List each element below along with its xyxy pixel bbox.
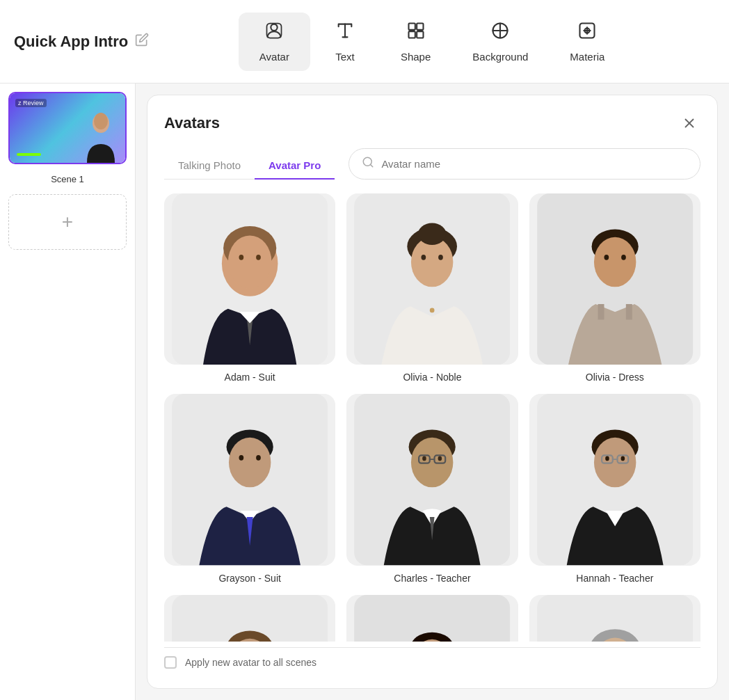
scene-avatar-preview xyxy=(83,111,118,163)
search-bar[interactable] xyxy=(349,148,700,180)
svg-point-40 xyxy=(239,455,243,461)
shape-icon xyxy=(406,21,426,45)
svg-line-16 xyxy=(371,164,373,166)
avatar-olivia-noble[interactable]: Olivia - Noble xyxy=(346,193,518,383)
svg-point-28 xyxy=(418,223,446,245)
add-icon: + xyxy=(62,211,73,233)
scene-1-preview: z Review xyxy=(10,93,125,163)
tab-text[interactable]: Text xyxy=(310,13,380,71)
avatar-older-man[interactable]: Older - Suit xyxy=(529,595,700,642)
search-icon xyxy=(362,156,374,172)
toolbar-tabs: Avatar Text Shape xyxy=(239,13,626,71)
avatar-grid: Adam - Suit xyxy=(164,193,700,642)
add-scene-button[interactable]: + xyxy=(8,194,127,250)
avatar-woman-gown-img xyxy=(346,595,518,642)
text-icon xyxy=(335,21,355,45)
avatar-olivia-dress-img xyxy=(529,193,700,365)
tab-avatar-pro[interactable]: Avatar Pro xyxy=(255,152,335,180)
tab-shape[interactable]: Shape xyxy=(380,13,451,71)
tab-talking-photo[interactable]: Talking Photo xyxy=(164,152,255,180)
svg-point-48 xyxy=(422,456,426,461)
svg-point-56 xyxy=(605,456,609,461)
hannah-teacher-label: Hannah - Teacher xyxy=(576,573,653,584)
svg-point-32 xyxy=(594,237,636,287)
avatar-olivia-noble-img xyxy=(346,193,518,365)
bottom-bar: Apply new avatar to all scenes xyxy=(164,647,700,671)
svg-point-22 xyxy=(256,255,261,260)
svg-point-0 xyxy=(271,24,278,30)
svg-point-57 xyxy=(620,456,625,461)
panel-title: Avatars xyxy=(164,114,220,132)
svg-rect-4 xyxy=(408,31,415,38)
apply-all-checkbox[interactable] xyxy=(164,656,177,669)
svg-point-20 xyxy=(228,235,272,288)
olivia-noble-label: Olivia - Noble xyxy=(403,372,461,383)
main-layout: z Review Scene 1 + Avatars xyxy=(0,83,729,700)
avatar-young-img xyxy=(164,595,335,642)
tab-background[interactable]: Background xyxy=(451,13,549,71)
svg-rect-5 xyxy=(417,31,423,38)
hannah-figure xyxy=(529,394,700,565)
tab-text-label: Text xyxy=(335,51,355,63)
svg-point-41 xyxy=(256,455,261,461)
svg-point-26 xyxy=(422,255,426,260)
avatar-adam-img xyxy=(164,193,335,365)
adam-figure xyxy=(164,193,335,365)
left-sidebar: z Review Scene 1 + xyxy=(0,83,136,700)
apply-all-label: Apply new avatar to all scenes xyxy=(185,657,317,668)
older-man-figure xyxy=(529,595,700,642)
tabs-search-row: Talking Photo Avatar Pro xyxy=(164,148,700,180)
olivia-dress-label: Olivia - Dress xyxy=(586,372,644,383)
svg-point-52 xyxy=(594,438,636,488)
tab-material[interactable]: Materia xyxy=(549,13,625,71)
background-icon xyxy=(490,21,510,45)
app-title-area: Quick App Intro xyxy=(14,33,149,51)
grayson-figure xyxy=(164,394,335,565)
svg-point-44 xyxy=(411,438,453,488)
avatar-charles-img xyxy=(346,394,518,565)
avatar-grayson-img xyxy=(164,394,335,565)
avatar-woman-gown[interactable]: Woman - Gown xyxy=(346,595,518,642)
avatar-hannah-teacher[interactable]: Hannah - Teacher xyxy=(529,394,700,583)
svg-point-39 xyxy=(229,438,271,488)
svg-point-21 xyxy=(239,255,243,260)
close-button[interactable] xyxy=(678,112,700,134)
avatar-hannah-img xyxy=(529,394,700,565)
svg-point-34 xyxy=(621,255,626,260)
svg-point-12 xyxy=(94,113,108,129)
avatar-icon xyxy=(264,21,284,45)
app-title: Quick App Intro xyxy=(14,33,128,51)
svg-point-29 xyxy=(430,308,435,313)
svg-rect-2 xyxy=(408,23,415,29)
svg-point-49 xyxy=(438,456,442,461)
tab-shape-label: Shape xyxy=(401,51,431,63)
grayson-suit-label: Grayson - Suit xyxy=(218,573,280,584)
woman-gown-figure xyxy=(346,595,518,642)
tab-background-label: Background xyxy=(472,51,528,63)
avatar-adam-suit[interactable]: Adam - Suit xyxy=(164,193,335,383)
olivia-dress-figure xyxy=(529,193,700,365)
tab-avatar[interactable]: Avatar xyxy=(239,13,310,71)
svg-rect-3 xyxy=(417,23,423,29)
tab-avatar-label: Avatar xyxy=(259,51,289,63)
svg-rect-36 xyxy=(625,304,632,319)
charles-teacher-label: Charles - Teacher xyxy=(394,573,470,584)
avatar-charles-teacher[interactable]: Charles - Teacher xyxy=(346,394,518,583)
svg-point-27 xyxy=(438,255,443,260)
search-input[interactable] xyxy=(381,158,687,170)
svg-point-33 xyxy=(604,255,609,260)
avatar-panel: Avatars Talking Photo Avatar Pro xyxy=(147,95,718,689)
young-figure xyxy=(164,595,335,642)
material-icon xyxy=(577,21,597,45)
scene-review-label: z Review xyxy=(15,99,47,107)
scene-1-thumbnail[interactable]: z Review xyxy=(8,92,127,164)
edit-icon[interactable] xyxy=(135,33,149,50)
avatar-older-man-img xyxy=(529,595,700,642)
panel-header: Avatars xyxy=(164,112,700,134)
avatar-young-hoodie[interactable]: Young - Hoodie xyxy=(164,595,335,642)
avatar-olivia-dress[interactable]: Olivia - Dress xyxy=(529,193,700,383)
olivia-noble-figure xyxy=(346,193,518,365)
avatar-grayson-suit[interactable]: Grayson - Suit xyxy=(164,394,335,583)
panel-tabs: Talking Photo Avatar Pro xyxy=(164,152,335,180)
scene-1-label: Scene 1 xyxy=(8,171,127,187)
